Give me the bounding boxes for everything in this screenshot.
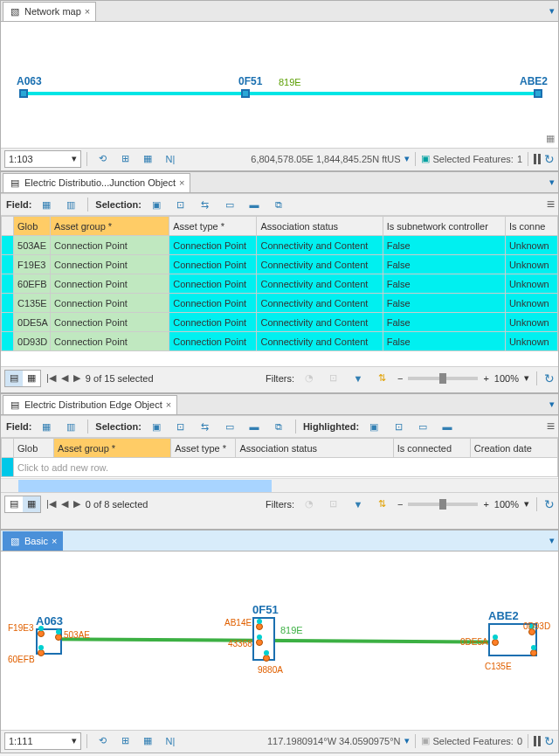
col-creation[interactable]: Creation date [470, 439, 557, 458]
table1-grid[interactable]: Glob Asset group * Asset type * Associat… [1, 216, 558, 366]
refresh-icon[interactable]: ↻ [544, 497, 555, 511]
table-shortcut-icon[interactable]: ▦ [546, 133, 555, 144]
chevron-down-icon[interactable]: ▾ [549, 177, 555, 188]
pause-icon[interactable] [534, 736, 541, 746]
delete-icon[interactable]: ▬ [245, 196, 264, 213]
junction-point[interactable] [38, 649, 45, 656]
col-connected[interactable]: Is conne [505, 217, 557, 236]
pause-icon[interactable] [534, 154, 541, 164]
zoom-slider[interactable] [408, 503, 478, 506]
clear-icon[interactable]: ▭ [220, 196, 239, 213]
tab-basic[interactable]: ▧ Basic × [3, 531, 63, 551]
refresh-icon[interactable]: ↻ [544, 152, 555, 166]
zoom-minus[interactable]: − [397, 499, 403, 510]
show-all-icon[interactable]: ▤ [5, 496, 23, 512]
chevron-down-icon[interactable]: ▾ [404, 735, 410, 746]
node-A063[interactable] [19, 89, 28, 98]
col-asset-type[interactable]: Asset type * [169, 217, 257, 236]
next-icon[interactable]: ▶ [73, 498, 80, 510]
delete-icon[interactable]: ▬ [245, 418, 264, 435]
edge-line[interactable] [24, 92, 537, 95]
col-subnet-ctrl[interactable]: Is subnetwork controller [383, 217, 505, 236]
zoom-minus[interactable]: − [397, 373, 403, 384]
show-all-icon[interactable]: ▤ [5, 371, 23, 386]
tab-edge[interactable]: ▤ Electric Distribution Edge Object × [3, 395, 177, 414]
col-asset-group[interactable]: Asset group * [54, 439, 171, 458]
next-icon[interactable]: ▶ [73, 372, 80, 384]
grid-icon[interactable]: ⊞ [115, 732, 135, 750]
chevron-down-icon[interactable]: ▾ [549, 399, 555, 410]
filter-icon[interactable]: ▼ [349, 496, 368, 513]
refresh-icon[interactable]: ↻ [544, 371, 555, 385]
map1-canvas[interactable]: A063 0F51 819E ABE2 ▦ [1, 22, 558, 148]
filter-extent-icon[interactable]: ⊡ [324, 496, 343, 513]
zoom-slider[interactable] [408, 377, 478, 380]
zoom-plus[interactable]: + [483, 373, 488, 384]
h-scrollbar[interactable] [1, 478, 558, 492]
col-glob[interactable]: Glob [14, 439, 54, 458]
hl-icon[interactable]: ⊡ [389, 418, 408, 435]
junction-point[interactable] [530, 649, 537, 656]
tab-junction[interactable]: ▤ Electric Distributio...Junction Object… [3, 173, 190, 192]
snap-icon[interactable]: ▦ [138, 150, 157, 168]
junction-point[interactable] [38, 630, 45, 637]
node-ABE2[interactable] [534, 89, 542, 98]
close-icon[interactable]: × [85, 6, 90, 17]
filter-extent-icon[interactable]: ⊡ [324, 370, 343, 387]
select-by-attr-icon[interactable]: ▣ [147, 196, 166, 213]
snap-icon[interactable]: ▦ [138, 732, 157, 750]
node-0F51[interactable] [241, 89, 250, 98]
col-asset-type[interactable]: Asset type * [171, 439, 236, 458]
col-connected[interactable]: Is connected [393, 439, 470, 458]
table-row[interactable]: 503AEConnection PointConnection PointCon… [2, 236, 558, 255]
col-asset-group[interactable]: Asset group * [51, 217, 169, 236]
junction-point[interactable] [256, 623, 263, 630]
switch-icon[interactable]: ⇆ [196, 196, 215, 213]
chevron-down-icon[interactable]: ▾ [72, 735, 77, 746]
hl-icon[interactable]: ▭ [413, 418, 432, 435]
rotate-icon[interactable]: ⟲ [93, 150, 112, 168]
col-glob[interactable]: Glob [14, 217, 51, 236]
filter-icon[interactable]: ▼ [349, 370, 368, 387]
grid-icon[interactable]: ⊞ [115, 150, 135, 168]
calc-field-icon[interactable]: ▥ [61, 196, 80, 213]
first-icon[interactable]: |◀ [46, 372, 56, 384]
select-by-attr-icon[interactable]: ▣ [147, 418, 166, 435]
hl-icon[interactable]: ▣ [364, 418, 383, 435]
col-assoc-status[interactable]: Association status [257, 217, 383, 236]
table-row[interactable]: 0D93DConnection PointConnection PointCon… [2, 332, 558, 351]
add-field-icon[interactable]: ▦ [37, 196, 56, 213]
copy-icon[interactable]: ⧉ [269, 418, 288, 435]
copy-icon[interactable]: ⧉ [269, 196, 288, 213]
menu-icon[interactable]: ≡ [547, 197, 555, 212]
close-icon[interactable]: × [52, 536, 57, 546]
prev-icon[interactable]: ◀ [61, 372, 68, 384]
clear-icon[interactable]: ▭ [220, 418, 239, 435]
filter-time-icon[interactable]: ◔ [300, 496, 319, 513]
add-row[interactable]: Click to add new row. [2, 458, 558, 477]
row-handle-col[interactable] [2, 217, 14, 236]
prev-icon[interactable]: ◀ [61, 498, 68, 510]
zoom-plus[interactable]: + [483, 499, 488, 510]
add-field-icon[interactable]: ▦ [37, 418, 56, 435]
close-icon[interactable]: × [166, 399, 171, 410]
filter-time-icon[interactable]: ◔ [300, 370, 319, 387]
table-row[interactable]: C135EConnection PointConnection PointCon… [2, 294, 558, 313]
view-toggle[interactable]: ▤ ▦ [4, 496, 41, 513]
junction-point[interactable] [492, 639, 499, 646]
chevron-down-icon[interactable]: ▾ [404, 153, 410, 164]
table2-grid[interactable]: Glob Asset group * Asset type * Associat… [1, 438, 558, 478]
hl-icon[interactable]: ▬ [438, 418, 457, 435]
table-row[interactable]: 60EFBConnection PointConnection PointCon… [2, 274, 558, 294]
menu-icon[interactable]: ≡ [547, 419, 555, 434]
chevron-down-icon[interactable]: ▾ [72, 153, 77, 164]
chevron-down-icon[interactable]: ▾ [524, 372, 529, 384]
edge-line[interactable] [48, 637, 511, 644]
tab-network-map[interactable]: ▧ Network map × [3, 2, 96, 21]
chevron-down-icon[interactable]: ▾ [549, 535, 555, 546]
refresh-icon[interactable]: ↻ [544, 734, 555, 748]
scale-input[interactable]: 1:103 ▾ [4, 150, 81, 168]
chevron-down-icon[interactable]: ▾ [524, 498, 529, 510]
zoom-to-icon[interactable]: ⊡ [171, 418, 190, 435]
show-selected-icon[interactable]: ▦ [23, 371, 40, 386]
